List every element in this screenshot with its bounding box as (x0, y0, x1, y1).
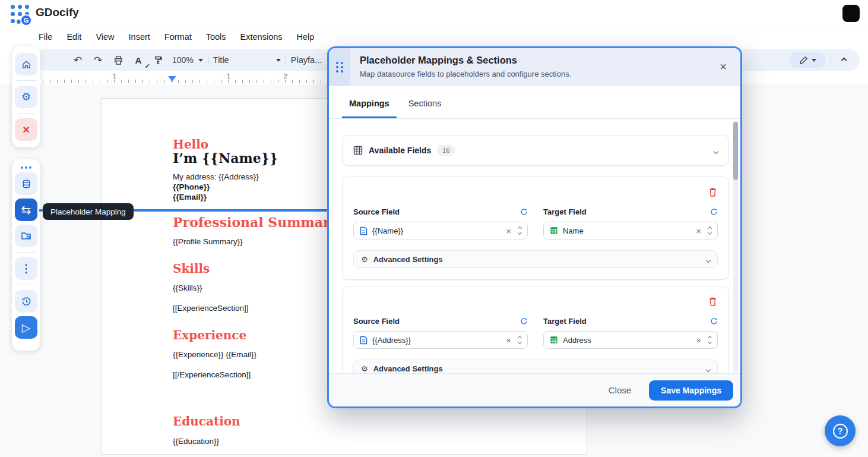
print-icon[interactable] (110, 52, 126, 68)
ruler-number: 1 (227, 73, 230, 80)
sidebar-panel-top: ⚙ × (12, 46, 40, 147)
style-caret-icon (276, 59, 281, 62)
menu-file[interactable]: File (34, 30, 56, 43)
advanced-settings-toggle[interactable]: ⚙ Advanced Settings (353, 250, 718, 268)
doc-section-close-tag: [[/ExperienceSection]] (173, 370, 251, 379)
placeholder-mappings-modal: Placeholder Mappings & Sections Map data… (327, 46, 742, 408)
delete-mapping-button[interactable] (708, 187, 717, 197)
undo-icon[interactable]: ↶ (70, 52, 85, 68)
app-title: GDocify (36, 6, 79, 19)
more-options-button[interactable]: ⋮ (15, 257, 37, 280)
select-spinner-icon[interactable] (708, 227, 711, 234)
placeholder-mapping-tooltip: Placeholder Mapping (43, 203, 134, 220)
mapping-card: Source Field {{Name}} × (342, 177, 729, 280)
modal-title: Placeholder Mappings & Sections (360, 55, 517, 66)
chevron-down-icon (714, 145, 718, 156)
target-field-column: Target Field Address × (543, 316, 718, 349)
target-field-value: Address (563, 336, 591, 345)
datasource-button[interactable] (15, 172, 37, 195)
select-spinner-icon[interactable] (518, 336, 521, 343)
refresh-icon[interactable] (520, 317, 528, 325)
delete-mapping-button[interactable] (708, 297, 717, 307)
modal-close-button[interactable]: × (715, 59, 731, 74)
screen: G GDocify File Edit View Insert Format T… (0, 0, 868, 457)
doc-section-heading: Experience (173, 328, 246, 342)
modal-footer: Close Save Mappings (329, 373, 740, 406)
select-spinner-icon[interactable] (518, 227, 521, 234)
font-family-select[interactable]: Playfa... (291, 55, 329, 65)
clear-icon[interactable]: × (506, 226, 511, 236)
menu-format[interactable]: Format (160, 30, 196, 43)
home-button[interactable] (15, 53, 37, 75)
modal-body: Available Fields 16 Source Field (329, 119, 740, 375)
sheet-icon (550, 226, 558, 235)
toolbar-right-group (789, 52, 851, 68)
target-field-column: Target Field Name × (543, 207, 718, 239)
menu-view[interactable]: View (91, 30, 118, 43)
redo-icon[interactable]: ↷ (90, 52, 106, 68)
modal-scrollbar-thumb[interactable] (733, 122, 738, 180)
menu-tools[interactable]: Tools (202, 30, 230, 43)
editing-mode-caret-icon (812, 59, 816, 62)
tab-mappings[interactable]: Mappings (342, 99, 397, 118)
target-field-select[interactable]: Name × (543, 222, 718, 239)
editing-mode-button[interactable] (789, 52, 826, 68)
clear-icon[interactable]: × (506, 335, 511, 345)
refresh-icon[interactable] (710, 208, 718, 216)
refresh-icon[interactable] (520, 208, 528, 216)
menu-bar: File Edit View Insert Format Tools Exten… (34, 29, 318, 45)
zoom-select[interactable]: 100% (172, 55, 194, 65)
advanced-settings-label: Advanced Settings (373, 364, 443, 373)
history-button[interactable] (15, 290, 37, 313)
clear-icon[interactable]: × (696, 335, 701, 345)
clear-icon[interactable]: × (696, 226, 701, 236)
menu-insert[interactable]: Insert (125, 30, 154, 43)
doc-section-open-tag: [[ExperienceSection]] (173, 304, 249, 313)
target-field-select[interactable]: Address × (543, 331, 718, 349)
close-button[interactable]: Close (601, 382, 638, 399)
swap-arrows-icon: ⇆ (21, 203, 31, 217)
refresh-icon[interactable] (710, 317, 718, 325)
tab-sections[interactable]: Sections (401, 99, 449, 118)
paragraph-style-select[interactable]: Title (213, 55, 271, 65)
panel-drag-handle-icon[interactable] (21, 166, 31, 169)
document-icon (360, 226, 368, 235)
save-mappings-button[interactable]: Save Mappings (649, 380, 733, 401)
play-icon: ▷ (22, 321, 31, 335)
doc-section-heading: Skills (173, 261, 210, 276)
menu-extensions[interactable]: Extensions (236, 30, 287, 43)
modal-scrollbar[interactable] (733, 121, 738, 373)
ruler-number: 2 (284, 73, 287, 80)
run-button[interactable]: ▷ (15, 316, 37, 339)
document-icon (360, 336, 368, 345)
horizontal-ruler: 1 1 2 (36, 74, 327, 84)
close-x-icon: × (23, 123, 30, 137)
select-spinner-icon[interactable] (708, 336, 711, 343)
source-field-select[interactable]: {{Name}} × (353, 222, 528, 239)
menu-help[interactable]: Help (293, 30, 319, 43)
modal-drag-handle[interactable] (329, 48, 350, 86)
help-button[interactable]: ? (825, 415, 856, 446)
ruler-number: 1 (113, 73, 116, 80)
doc-section-body: {{Skills}} (173, 283, 202, 292)
menu-edit[interactable]: Edit (62, 30, 85, 43)
gear-icon: ⚙ (361, 255, 368, 264)
ruler-indent-marker[interactable] (168, 76, 176, 81)
doc-greeting: Hello (173, 137, 208, 152)
available-fields-card[interactable]: Available Fields 16 (342, 135, 729, 166)
settings-button[interactable]: ⚙ (15, 86, 37, 108)
source-field-select[interactable]: {{Address}} × (353, 331, 528, 349)
placeholder-mapping-button[interactable]: ⇆ (15, 198, 37, 221)
target-field-label: Target Field (543, 207, 587, 216)
template-folder-button[interactable] (15, 225, 37, 247)
close-panel-button[interactable]: × (15, 118, 37, 141)
source-field-value: {{Name}} (372, 226, 403, 235)
doc-address: My address: {{Address}} (173, 172, 259, 181)
doc-section-heading: Professional Summary (173, 215, 337, 230)
account-avatar[interactable] (842, 5, 860, 22)
hide-menus-button[interactable] (836, 58, 851, 62)
advanced-settings-label: Advanced Settings (373, 255, 443, 264)
paint-format-icon[interactable] (151, 52, 166, 68)
doc-section-body: {{Experience}} {{Email}} (173, 350, 256, 359)
spellcheck-icon[interactable]: A✓ (131, 52, 146, 68)
